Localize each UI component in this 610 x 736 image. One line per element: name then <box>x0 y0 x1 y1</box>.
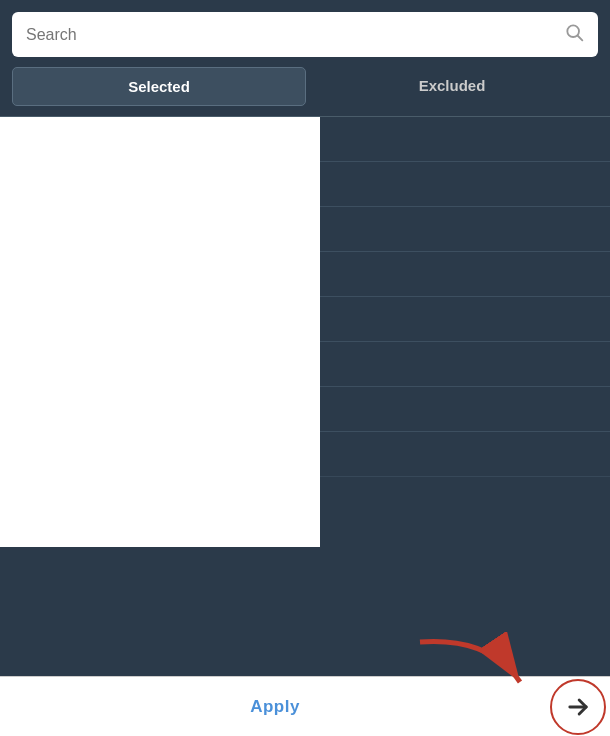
apply-bar: Apply <box>0 676 610 736</box>
list-area: As 3047 Av Ax - 18002 <box>0 116 610 676</box>
apply-arrow-icon <box>564 693 592 721</box>
tabs: Selected Excluded <box>12 67 598 106</box>
white-overlay <box>0 117 320 547</box>
tab-excluded[interactable]: Excluded <box>306 67 598 106</box>
apply-icon[interactable] <box>550 679 606 735</box>
main-container: Selected Excluded As 3047 Av <box>0 0 610 736</box>
search-icon <box>564 22 584 47</box>
apply-button[interactable]: Apply <box>0 677 550 736</box>
search-input[interactable] <box>26 26 564 44</box>
svg-line-1 <box>578 36 583 41</box>
search-bar <box>12 12 598 57</box>
tab-selected[interactable]: Selected <box>12 67 306 106</box>
